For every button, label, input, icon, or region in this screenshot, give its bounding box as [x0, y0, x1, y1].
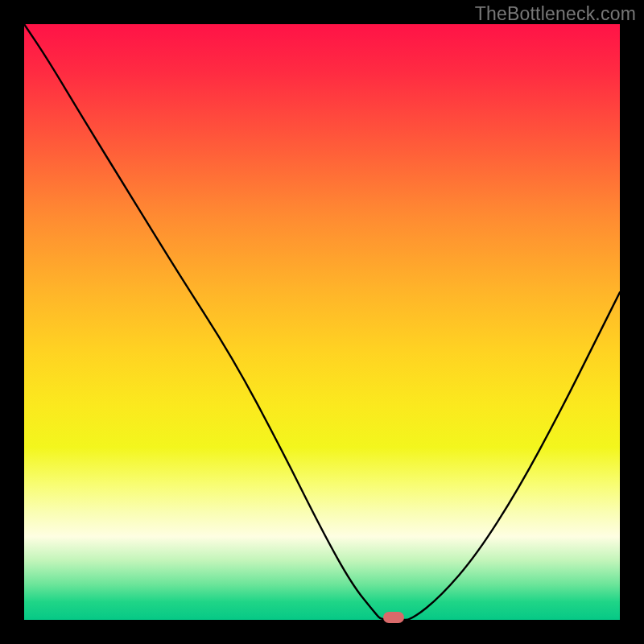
chart-frame: TheBottleneck.com	[0, 0, 644, 644]
bottleneck-curve	[24, 24, 620, 620]
watermark-text: TheBottleneck.com	[475, 3, 636, 25]
minimum-marker	[383, 612, 404, 623]
plot-area	[24, 24, 620, 620]
